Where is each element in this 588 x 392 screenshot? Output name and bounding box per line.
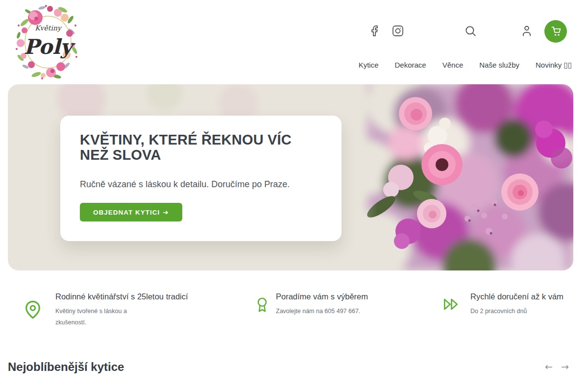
- instagram-icon[interactable]: [392, 25, 404, 37]
- feature-subtitle: Do 2 pracovních dnů: [470, 306, 564, 317]
- hero-banner: KVĚTINY, KTERÉ ŘEKNOU VÍC NEŽ SLOVA Ručn…: [8, 84, 573, 270]
- feature-subtitle: Květiny tvořené s láskou a zkušeností.: [55, 306, 139, 328]
- cart-icon: [549, 25, 562, 38]
- hero-title: KVĚTINY, KTERÉ ŘEKNOU VÍC NEŽ SLOVA: [80, 132, 320, 163]
- nav-item-dekorace[interactable]: Dekorace: [395, 61, 426, 70]
- feature-subtitle: Zavolejte nám na 605 497 667.: [276, 306, 368, 317]
- page: Květiny Poly: [0, 0, 588, 392]
- hero-bouquet-image: [322, 84, 573, 270]
- nav-item-novinky[interactable]: Novinky ▯▯: [536, 61, 572, 70]
- order-bouquet-button[interactable]: OBJEDNAT KYTICI➔: [80, 203, 182, 221]
- logo-text-top: Květiny: [35, 24, 62, 32]
- search-icon[interactable]: [464, 24, 477, 37]
- logo-wreath-icon: Květiny Poly: [14, 3, 82, 80]
- award-icon: [254, 295, 270, 317]
- nav-item-vence[interactable]: Věnce: [442, 61, 464, 70]
- hero-subtitle: Ručně vázané s láskou k detailu. Doručím…: [80, 179, 322, 190]
- fast-forward-icon: [441, 296, 461, 315]
- order-bouquet-label: OBJEDNAT KYTICI: [93, 209, 160, 216]
- brand-logo[interactable]: Květiny Poly: [14, 3, 82, 80]
- user-account-icon[interactable]: [520, 24, 533, 37]
- cart-button[interactable]: [544, 20, 567, 43]
- nav-item-nase-sluzby[interactable]: Naše služby: [479, 61, 519, 70]
- facebook-icon[interactable]: [368, 25, 380, 37]
- popular-section-title: Nejoblíbenější kytice: [8, 360, 124, 374]
- carousel-prev-button[interactable]: ←: [545, 361, 553, 372]
- hero-card: KVĚTINY, KTERÉ ŘEKNOU VÍC NEŽ SLOVA Ručn…: [60, 116, 342, 241]
- arrow-right-icon: ➔: [163, 209, 169, 216]
- location-pin-icon: [23, 299, 43, 322]
- feature-title: Rodinné květinářství s 25letou tradicí: [55, 292, 188, 301]
- carousel-next-button[interactable]: →: [561, 361, 569, 372]
- feature-title: Poradíme vám s výběrem: [276, 292, 368, 301]
- feature-title: Rychlé doručení až k vám: [470, 292, 564, 301]
- logo-text-bottom: Poly: [24, 35, 75, 59]
- nav-item-kytice[interactable]: Kytice: [359, 61, 379, 70]
- main-nav: Kytice Dekorace Věnce Naše služby Novink…: [359, 61, 572, 70]
